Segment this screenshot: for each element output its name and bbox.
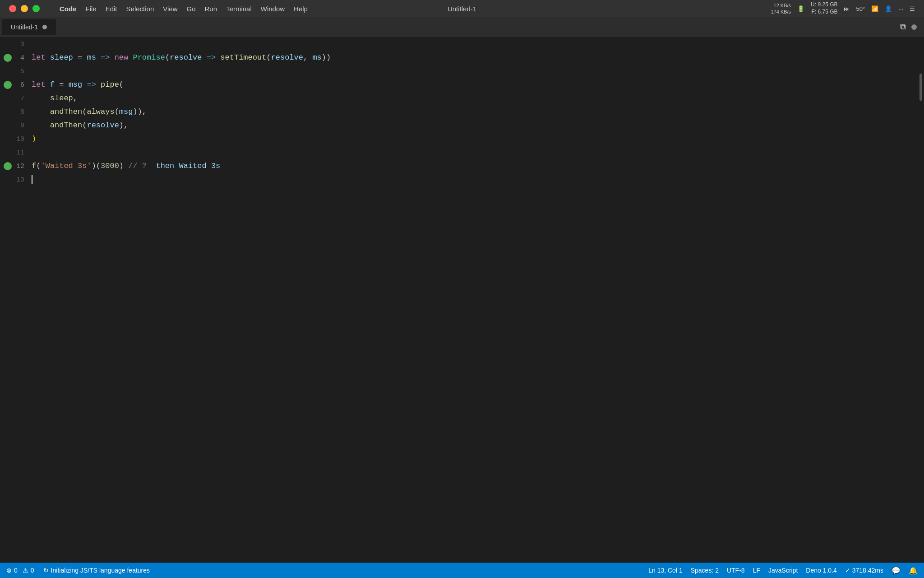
var-f: f [50,78,55,92]
arrow-4: => [101,51,110,65]
fn-andthen-8: andThen [50,105,82,119]
line-num-3: 3 [12,41,29,48]
tab-label: Untitled-1 [11,23,38,31]
menu-file[interactable]: File [81,3,101,14]
menu-bar: Code File Edit Selection View Go Run Ter… [46,3,312,14]
titlebar-left: Code File Edit Selection View Go Run Ter… [9,3,312,14]
more-icon: ··· [898,5,903,12]
menu-window[interactable]: Window [256,3,289,14]
breakpoint-4[interactable] [4,54,12,62]
fn-always: always [87,105,114,119]
warning-icon: ⚠ [23,567,28,574]
sync-label: Initializing JS/TS language features [51,567,150,574]
window-title: Untitled-1 [448,5,476,13]
gutter-row-12: 12 [0,159,32,173]
line-numbers: 3 4 5 6 7 8 [0,37,32,186]
gutter-row-6: 6 [0,78,32,92]
gutter-row-11: 11 [0,146,32,159]
menu-selection[interactable]: Selection [122,3,159,14]
gutter-row-7: 7 [0,92,32,105]
param-msg-8: msg [119,105,133,119]
network-speed: 12 KB/s 174 KB/s [771,2,791,15]
status-right: Ln 13, Col 1 Spaces: 2 UTF-8 LF JavaScri… [648,566,918,575]
line-num-11: 11 [12,149,29,157]
gutter-row-13: 13 [0,173,32,186]
status-errors[interactable]: ⊗ 0 ⚠ 0 [6,567,34,574]
breakpoint-6[interactable] [4,81,12,89]
error-icon: ⊗ [6,567,12,574]
fn-sleep-7: sleep [50,92,73,105]
code-line-8: andThen ( always ( msg )), [32,105,924,119]
str-waited: 'Waited 3s' [41,159,91,173]
code-line-7: sleep , [32,92,924,105]
code-line-4: let sleep = ms => new Promise ( resolve … [32,51,924,65]
menu-apple[interactable] [46,7,55,10]
menu-run[interactable]: Run [200,3,222,14]
titlebar: Code File Edit Selection View Go Run Ter… [0,0,924,17]
breakpoint-12[interactable] [4,162,12,170]
close-button[interactable] [9,5,16,12]
line-num-6: 6 [12,81,29,89]
line-num-10: 10 [12,135,29,143]
kw-new: new [115,51,129,65]
status-feedback-icon[interactable]: 💬 [892,566,901,575]
net-up: 12 KB/s [774,2,791,9]
line-num-4: 4 [12,54,29,62]
paren-close: ) [32,132,36,146]
editor: 3 4 5 6 7 8 [0,37,924,563]
minimize-button[interactable] [21,5,28,12]
param-resolve-9: resolve [87,119,119,132]
traffic-lights [9,5,40,12]
menu-code[interactable]: Code [55,3,81,14]
error-count: 0 [14,567,18,574]
line-num-7: 7 [12,95,29,103]
num-3000: 3000 [101,159,119,173]
code-line-11 [32,146,924,159]
gutter-row-10: 10 [0,132,32,146]
status-spaces[interactable]: Spaces: 2 [691,567,719,574]
menu-help[interactable]: Help [289,3,312,14]
code-line-6: let f = msg => pipe ( [32,78,924,92]
tabbar-right: ⧉ [900,23,924,32]
code-line-3 [32,37,924,51]
class-promise: Promise [133,51,165,65]
list-icon: ☰ [910,5,915,12]
menu-edit[interactable]: Edit [101,3,122,14]
battery-f: F: 6.75 GB [811,9,837,16]
gutter-row-4: 4 [0,51,32,65]
code-line-9: andThen ( resolve ), [32,119,924,132]
status-language[interactable]: JavaScript [768,567,798,574]
temperature: 50° [856,5,865,12]
scrollbar-thumb[interactable] [919,74,922,101]
fn-settimeout: setTimeout [220,51,266,65]
var-sleep: sleep [50,51,73,65]
line-num-8: 8 [12,108,29,116]
status-deno[interactable]: Deno 1.0.4 [806,567,837,574]
gutter-row-3: 3 [0,37,32,51]
status-line-ending[interactable]: LF [753,567,760,574]
param-resolve-4b: resolve [271,51,303,65]
tab-modified-dot [42,25,47,29]
status-cursor[interactable]: Ln 13, Col 1 [648,567,683,574]
kw-let-6: let [32,78,46,92]
titlebar-right: 12 KB/s 174 KB/s 🔋 U: 9.25 GB F: 6.75 GB… [771,1,915,15]
battery-info: U: 9.25 GB F: 6.75 GB [811,1,837,15]
code-line-5 [32,65,924,78]
settings-dot[interactable] [911,24,917,30]
arrow-6: => [87,78,96,92]
split-editor-icon[interactable]: ⧉ [900,23,906,32]
scrollbar-track[interactable] [918,37,924,563]
menu-view[interactable]: View [158,3,182,14]
code-content[interactable]: let sleep = ms => new Promise ( resolve … [32,37,924,563]
code-line-13 [32,173,924,186]
tabbar: Untitled-1 ⧉ [0,17,924,37]
line-num-9: 9 [12,122,29,130]
maximize-button[interactable] [32,5,40,12]
menu-go[interactable]: Go [182,3,200,14]
status-bell-icon[interactable]: 🔔 [909,566,918,575]
menu-terminal[interactable]: Terminal [222,3,256,14]
status-encoding[interactable]: UTF-8 [727,567,745,574]
battery-u: U: 9.25 GB [811,1,837,9]
tab-untitled[interactable]: Untitled-1 [2,19,56,35]
user-icon: 👤 [885,5,892,12]
